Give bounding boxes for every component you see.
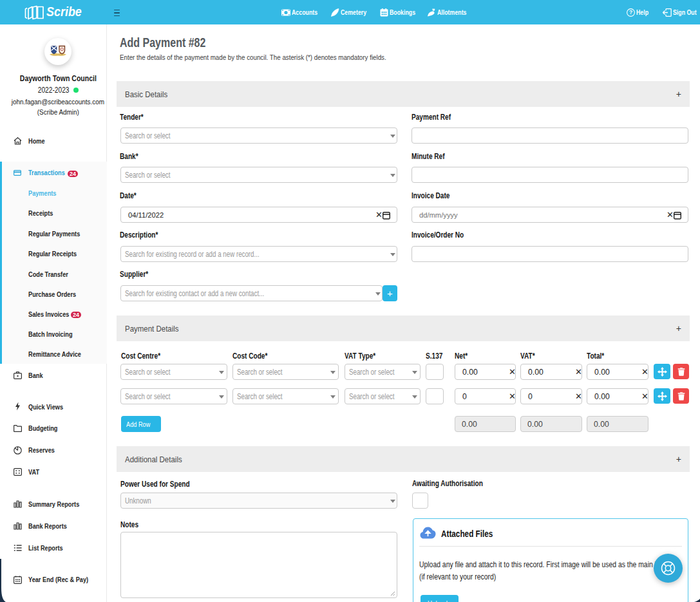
svg-text:?: ? — [629, 9, 632, 15]
